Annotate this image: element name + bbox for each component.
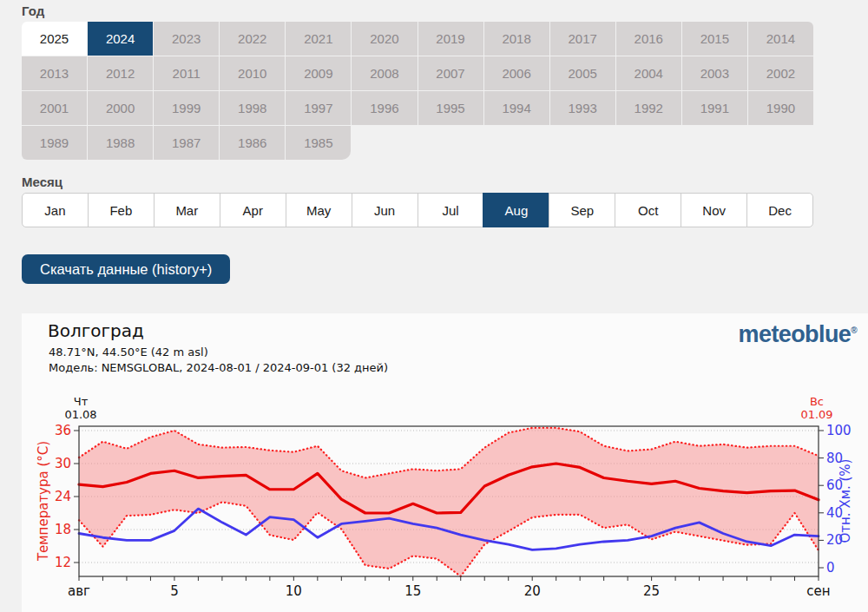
end-weekday-label: Вс bbox=[810, 395, 824, 408]
month-cell-may[interactable]: May bbox=[286, 193, 352, 227]
right-tick-label: 0 bbox=[826, 560, 835, 576]
year-cell-2023[interactable]: 2023 bbox=[154, 22, 219, 56]
chart-model-info: Модель: NEMSGLOBAL, 2024-08-01 / 2024-09… bbox=[49, 360, 388, 376]
x-tick-label: 15 bbox=[404, 583, 421, 599]
end-date-label: 01.09 bbox=[800, 408, 832, 421]
meteoblue-logo: meteoblue® bbox=[739, 321, 857, 348]
year-cell-1988[interactable]: 1988 bbox=[88, 126, 153, 160]
year-grid: 2025202420232022202120202019201820172016… bbox=[22, 22, 813, 160]
year-cell-2025[interactable]: 2025 bbox=[22, 22, 87, 56]
chart-coordinates: 48.71°N, 44.50°E (42 m asl) bbox=[49, 345, 388, 360]
month-cell-aug[interactable]: Aug bbox=[483, 193, 549, 227]
x-tick-label: 5 bbox=[170, 583, 179, 599]
year-cell-2018[interactable]: 2018 bbox=[484, 22, 549, 56]
year-cell-2012[interactable]: 2012 bbox=[88, 56, 153, 90]
x-tick-label: 25 bbox=[643, 583, 660, 599]
year-cell-2000[interactable]: 2000 bbox=[88, 91, 153, 125]
year-cell-2021[interactable]: 2021 bbox=[286, 22, 351, 56]
right-axis-label: Отн. Хм. (%) bbox=[838, 459, 853, 543]
left-tick-label: 18 bbox=[55, 522, 71, 537]
registered-mark: ® bbox=[851, 326, 857, 335]
temperature-humidity-chart: авг510152025сен3630241812100806040200Тем… bbox=[22, 392, 868, 612]
month-cell-jan[interactable]: Jan bbox=[22, 193, 89, 227]
year-cell-2007[interactable]: 2007 bbox=[418, 56, 483, 90]
year-cell-2015[interactable]: 2015 bbox=[682, 22, 747, 56]
year-cell-1987[interactable]: 1987 bbox=[154, 126, 219, 160]
chart-subtitle: 48.71°N, 44.50°E (42 m asl) Модель: NEMS… bbox=[49, 345, 388, 377]
left-tick-label: 24 bbox=[55, 489, 71, 504]
year-cell-1991[interactable]: 1991 bbox=[682, 91, 747, 125]
page: Год 202520242023202220212020201920182017… bbox=[0, 0, 868, 612]
x-tick-label: 10 bbox=[286, 583, 302, 599]
right-tick-label: 100 bbox=[826, 423, 852, 438]
month-cell-sep[interactable]: Sep bbox=[549, 193, 615, 227]
x-tick-label: сен bbox=[806, 583, 830, 599]
year-cell-2020[interactable]: 2020 bbox=[352, 22, 417, 56]
month-cell-oct[interactable]: Oct bbox=[615, 193, 681, 227]
left-tick-label: 36 bbox=[55, 423, 71, 438]
month-cell-feb[interactable]: Feb bbox=[88, 193, 155, 227]
year-cell-1993[interactable]: 1993 bbox=[550, 91, 615, 125]
year-cell-2003[interactable]: 2003 bbox=[682, 56, 747, 90]
download-data-button[interactable]: Скачать данные (history+) bbox=[22, 254, 230, 284]
year-cell-1997[interactable]: 1997 bbox=[286, 91, 351, 125]
year-cell-2006[interactable]: 2006 bbox=[484, 56, 549, 90]
year-section-label: Год bbox=[22, 3, 868, 18]
year-cell-2016[interactable]: 2016 bbox=[616, 22, 681, 56]
year-cell-1985[interactable]: 1985 bbox=[286, 126, 351, 160]
year-cell-2011[interactable]: 2011 bbox=[154, 56, 219, 90]
month-cell-jul[interactable]: Jul bbox=[418, 193, 484, 227]
left-tick-label: 12 bbox=[55, 555, 71, 570]
year-cell-1995[interactable]: 1995 bbox=[418, 91, 483, 125]
meteoblue-logo-text: meteoblue bbox=[739, 321, 852, 347]
month-cell-apr[interactable]: Apr bbox=[220, 193, 286, 227]
year-cell-2008[interactable]: 2008 bbox=[352, 56, 417, 90]
year-cell-2014[interactable]: 2014 bbox=[748, 22, 813, 56]
year-cell-2010[interactable]: 2010 bbox=[220, 56, 285, 90]
year-cell-2002[interactable]: 2002 bbox=[748, 56, 813, 90]
year-cell-2001[interactable]: 2001 bbox=[22, 91, 87, 125]
year-cell-1992[interactable]: 1992 bbox=[616, 91, 681, 125]
year-cell-2005[interactable]: 2005 bbox=[550, 56, 615, 90]
month-bar: JanFebMarAprMayJunJulAugSepOctNovDec bbox=[22, 193, 813, 227]
year-cell-1994[interactable]: 1994 bbox=[484, 91, 549, 125]
year-cell-2019[interactable]: 2019 bbox=[418, 22, 483, 56]
left-axis-label: Температура (°C) bbox=[36, 441, 51, 562]
year-cell-2024[interactable]: 2024 bbox=[88, 22, 153, 56]
year-cell-2017[interactable]: 2017 bbox=[550, 22, 615, 56]
start-weekday-label: Чт bbox=[74, 395, 89, 408]
x-tick-label: авг bbox=[68, 583, 90, 599]
year-cell-1996[interactable]: 1996 bbox=[352, 91, 417, 125]
year-cell-2009[interactable]: 2009 bbox=[286, 56, 351, 90]
month-cell-jun[interactable]: Jun bbox=[352, 193, 418, 227]
x-tick-label: 20 bbox=[524, 583, 541, 599]
chart-location-title: Волгоград bbox=[48, 320, 144, 341]
year-cell-2022[interactable]: 2022 bbox=[220, 22, 285, 56]
temp-range-band bbox=[79, 428, 819, 576]
year-cell-1986[interactable]: 1986 bbox=[220, 126, 285, 160]
year-cell-1999[interactable]: 1999 bbox=[154, 91, 219, 125]
month-cell-mar[interactable]: Mar bbox=[154, 193, 220, 227]
left-tick-label: 30 bbox=[55, 456, 71, 471]
month-cell-nov[interactable]: Nov bbox=[681, 193, 747, 227]
year-cell-2004[interactable]: 2004 bbox=[616, 56, 681, 90]
year-cell-2013[interactable]: 2013 bbox=[22, 56, 87, 90]
year-cell-1998[interactable]: 1998 bbox=[220, 91, 285, 125]
weather-chart-card: Волгоград 48.71°N, 44.50°E (42 m asl) Мо… bbox=[22, 313, 868, 612]
start-date-label: 01.08 bbox=[64, 408, 96, 421]
month-section-label: Месяц bbox=[22, 174, 868, 189]
year-cell-1989[interactable]: 1989 bbox=[22, 126, 87, 160]
month-cell-dec[interactable]: Dec bbox=[746, 193, 813, 227]
year-cell-1990[interactable]: 1990 bbox=[748, 91, 813, 125]
